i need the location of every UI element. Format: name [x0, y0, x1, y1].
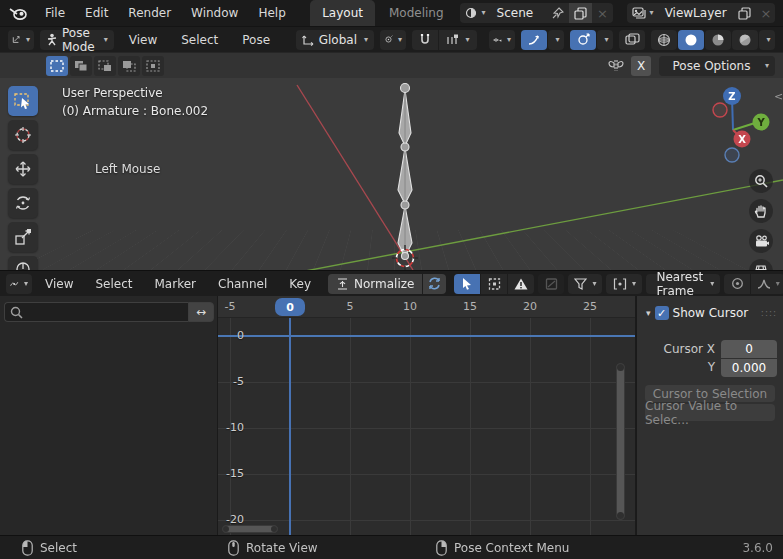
overlays-toggle[interactable]	[619, 30, 645, 50]
transform-tool[interactable]	[8, 256, 38, 270]
viewport-3d[interactable]: User Perspective (0) Armature : Bone.002…	[0, 78, 783, 270]
new-scene-button[interactable]	[569, 3, 592, 23]
frame-ruler[interactable]: -5 5 10 15 20 25 0	[218, 296, 635, 318]
select-box-tool[interactable]	[8, 86, 38, 116]
viewlayer-type-button[interactable]: ▾	[627, 3, 659, 23]
only-errors-toggle[interactable]	[508, 274, 534, 294]
axis-z-ball[interactable]: Z	[723, 87, 741, 105]
select-mode-extend-button[interactable]	[70, 56, 92, 76]
menu-window[interactable]: Window	[182, 6, 247, 20]
menu-select[interactable]: Select	[172, 33, 227, 47]
graph-menu-select[interactable]: Select	[86, 277, 141, 291]
horizontal-scrollbar[interactable]	[222, 525, 278, 533]
pivot-keyframe-button[interactable]	[724, 274, 750, 294]
graph-menu-view[interactable]: View	[36, 277, 82, 291]
axis-x-ball[interactable]: X	[734, 131, 751, 148]
proportional-edit-dropdown[interactable]: ▾	[548, 30, 564, 50]
graph-editor-type-button[interactable]: ▾	[6, 274, 32, 294]
menu-edit[interactable]: Edit	[76, 6, 117, 20]
scene-name[interactable]: Scene	[491, 6, 547, 20]
graph-menu-key[interactable]: Key	[280, 277, 320, 291]
shading-dropdown[interactable]: ▾	[759, 30, 775, 50]
orientation-dropdown[interactable]: Global ▾	[296, 30, 374, 50]
playhead-line[interactable]	[289, 318, 291, 535]
channel-region[interactable]: ↔	[0, 296, 218, 535]
add-viewlayer-button[interactable]	[733, 3, 756, 23]
menu-file[interactable]: File	[36, 6, 74, 20]
vertical-scrollbar[interactable]	[616, 363, 625, 520]
camera-view-button[interactable]	[749, 229, 773, 253]
show-cursor-checkbox[interactable]: ✓	[655, 306, 669, 320]
menu-render[interactable]: Render	[119, 6, 180, 20]
navigation-gizmo[interactable]: Z Y X	[705, 83, 783, 169]
version-label: 3.6.0	[742, 536, 773, 559]
show-hidden-toggle[interactable]	[481, 274, 507, 294]
armature-bones[interactable]	[398, 84, 412, 260]
select-mode-invert-button[interactable]	[118, 56, 140, 76]
visibility-eye-icon	[493, 34, 502, 46]
gizmos-dropdown[interactable]: ▾	[597, 30, 613, 50]
cursor-value-line[interactable]	[218, 335, 635, 337]
snap-settings-dropdown[interactable]: ▾	[439, 30, 477, 50]
ruler-tick: 15	[450, 300, 490, 313]
cursor-tool[interactable]	[8, 120, 38, 150]
menu-help[interactable]: Help	[249, 6, 294, 20]
select-mode-intersect-button[interactable]	[142, 56, 164, 76]
workspace-tab-modeling[interactable]: Modeling	[377, 0, 456, 26]
channel-filter-invert-button[interactable]: ↔	[188, 302, 214, 322]
proportional-falloff-dropdown[interactable]: ▾	[606, 274, 642, 294]
current-frame-badge[interactable]: 0	[275, 298, 305, 316]
graph-menu-channel[interactable]: Channel	[209, 277, 276, 291]
mode-dropdown[interactable]: Pose Mode ▾	[40, 30, 114, 50]
snap-toggle[interactable]	[412, 30, 438, 50]
snap-mode-dropdown[interactable]: Nearest Frame ▾	[646, 274, 720, 294]
zoom-icon	[754, 174, 768, 188]
axis-neg-z-ball[interactable]	[725, 148, 739, 162]
menu-view[interactable]: View	[120, 33, 166, 47]
editor-type-button[interactable]: ▾	[8, 30, 34, 50]
pose-options-dropdown[interactable]: Pose Options ▾	[659, 56, 775, 76]
shading-material-button[interactable]	[705, 30, 731, 50]
panel-drag-handle[interactable]: ::::	[761, 308, 777, 318]
graph-menu-marker[interactable]: Marker	[146, 277, 205, 291]
rotate-tool[interactable]	[8, 188, 38, 218]
object-visibility-dropdown[interactable]: ▾	[489, 30, 515, 50]
chevron-down-icon: ▾	[26, 36, 30, 44]
menu-pose[interactable]: Pose	[233, 33, 279, 47]
move-tool[interactable]	[8, 154, 38, 184]
scale-tool[interactable]	[8, 222, 38, 252]
mirror-x-toggle[interactable]: X	[631, 56, 651, 76]
gizmos-toggle[interactable]	[570, 30, 596, 50]
cursor-y-field[interactable]: 0.000	[721, 359, 777, 377]
normalize-auto-button[interactable]	[423, 274, 446, 294]
graph-area[interactable]: -5 5 10 15 20 25 0 0 -5 -10 -15 -20	[218, 296, 635, 535]
cursor-x-row: Cursor X 0	[643, 340, 777, 358]
select-mode-subtract-button[interactable]	[94, 56, 116, 76]
shading-rendered-button[interactable]	[732, 30, 758, 50]
zoom-button[interactable]	[749, 169, 773, 193]
proportional-edit-toggle[interactable]	[521, 30, 547, 50]
normalize-toggle[interactable]: Normalize	[328, 274, 422, 294]
axis-neg-x-ball[interactable]	[713, 103, 727, 117]
scene-type-button[interactable]: ▾	[460, 3, 491, 23]
only-selected-toggle[interactable]	[454, 274, 480, 294]
panel-header-show-cursor[interactable]: ▾ ✓ Show Cursor ::::	[643, 306, 777, 320]
select-mode-set-button[interactable]	[46, 56, 68, 76]
panel-expand-chevron-icon[interactable]: ▾	[646, 309, 651, 318]
warning-icon	[514, 278, 528, 290]
viewlayer-name[interactable]: ViewLayer	[659, 6, 733, 20]
shading-wireframe-button[interactable]	[651, 30, 677, 50]
filter-dropdown[interactable]: ▾	[568, 274, 602, 294]
axis-y-ball[interactable]: Y	[753, 114, 770, 131]
cursor-value-to-selection-button[interactable]: Cursor Value to Selec...	[645, 404, 775, 421]
pin-icon[interactable]	[547, 3, 569, 23]
smoothing-dropdown[interactable]: ▾	[751, 274, 783, 294]
pivot-point-dropdown[interactable]: ▾	[380, 30, 406, 50]
pan-button[interactable]	[749, 199, 773, 223]
sidebar-collapse-arrow[interactable]: <	[774, 90, 783, 103]
blender-logo-icon[interactable]	[8, 5, 28, 21]
shading-solid-button[interactable]	[678, 30, 704, 50]
workspace-tab-layout[interactable]: Layout	[310, 0, 375, 26]
channel-search-input[interactable]	[4, 302, 188, 322]
cursor-x-field[interactable]: 0	[721, 340, 777, 358]
